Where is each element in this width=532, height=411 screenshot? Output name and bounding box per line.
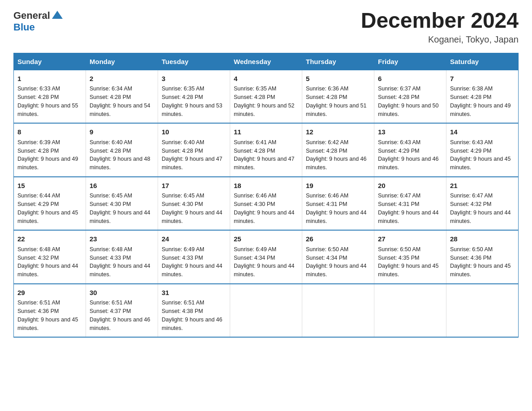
- daylight-text: Daylight: 9 hours and 46 minutes.: [378, 156, 439, 171]
- sunrise-text: Sunrise: 6:45 AM: [162, 193, 204, 199]
- calendar-cell: 15Sunrise: 6:44 AMSunset: 4:29 PMDayligh…: [14, 177, 86, 231]
- day-number: 8: [17, 127, 82, 137]
- day-number: 28: [450, 234, 515, 244]
- day-number: 16: [90, 181, 154, 191]
- calendar-cell: [446, 284, 519, 338]
- col-header-wednesday: Wednesday: [230, 53, 302, 70]
- calendar-cell: [302, 284, 374, 338]
- sunrise-text: Sunrise: 6:43 AM: [378, 139, 420, 146]
- calendar-cell: [374, 284, 446, 338]
- sunset-text: Sunset: 4:30 PM: [162, 201, 203, 207]
- day-number: 21: [450, 181, 515, 191]
- day-number: 3: [162, 74, 226, 84]
- daylight-text: Daylight: 9 hours and 44 minutes.: [306, 263, 367, 278]
- daylight-text: Daylight: 9 hours and 48 minutes.: [90, 156, 150, 171]
- calendar-cell: 2Sunrise: 6:34 AMSunset: 4:28 PMDaylight…: [86, 70, 158, 123]
- sunset-text: Sunset: 4:31 PM: [378, 201, 419, 207]
- sunset-text: Sunset: 4:28 PM: [306, 148, 347, 154]
- daylight-text: Daylight: 9 hours and 44 minutes.: [234, 210, 295, 224]
- daylight-text: Daylight: 9 hours and 44 minutes.: [162, 263, 223, 278]
- sunrise-text: Sunrise: 6:51 AM: [90, 300, 132, 306]
- day-number: 18: [234, 181, 298, 191]
- sunrise-text: Sunrise: 6:46 AM: [234, 193, 276, 199]
- calendar-cell: 25Sunrise: 6:49 AMSunset: 4:34 PMDayligh…: [230, 230, 302, 284]
- sunset-text: Sunset: 4:32 PM: [17, 255, 59, 261]
- calendar-cell: 21Sunrise: 6:47 AMSunset: 4:32 PMDayligh…: [446, 177, 519, 231]
- col-header-thursday: Thursday: [302, 53, 374, 70]
- daylight-text: Daylight: 9 hours and 45 minutes.: [17, 317, 78, 331]
- sunrise-text: Sunrise: 6:35 AM: [162, 86, 204, 92]
- sunrise-text: Sunrise: 6:48 AM: [90, 246, 132, 253]
- sunset-text: Sunset: 4:32 PM: [450, 201, 491, 207]
- daylight-text: Daylight: 9 hours and 53 minutes.: [162, 103, 223, 117]
- sunset-text: Sunset: 4:33 PM: [162, 255, 203, 261]
- daylight-text: Daylight: 9 hours and 45 minutes.: [17, 210, 78, 224]
- sunrise-text: Sunrise: 6:40 AM: [162, 139, 204, 146]
- sunrise-text: Sunrise: 6:33 AM: [17, 86, 60, 92]
- calendar-header-row: SundayMondayTuesdayWednesdayThursdayFrid…: [14, 53, 519, 70]
- sunrise-text: Sunrise: 6:48 AM: [17, 246, 60, 253]
- sunrise-text: Sunrise: 6:47 AM: [378, 193, 420, 199]
- sunset-text: Sunset: 4:28 PM: [162, 94, 203, 100]
- daylight-text: Daylight: 9 hours and 44 minutes.: [90, 210, 150, 224]
- calendar-cell: 20Sunrise: 6:47 AMSunset: 4:31 PMDayligh…: [374, 177, 446, 231]
- day-number: 11: [234, 127, 298, 137]
- calendar-cell: 12Sunrise: 6:42 AMSunset: 4:28 PMDayligh…: [302, 123, 374, 177]
- calendar-cell: 3Sunrise: 6:35 AMSunset: 4:28 PMDaylight…: [158, 70, 230, 123]
- sunset-text: Sunset: 4:29 PM: [378, 148, 419, 154]
- daylight-text: Daylight: 9 hours and 44 minutes.: [378, 210, 439, 224]
- sunset-text: Sunset: 4:28 PM: [17, 148, 59, 154]
- day-number: 20: [378, 181, 442, 191]
- calendar-cell: [230, 284, 302, 338]
- week-row-3: 15Sunrise: 6:44 AMSunset: 4:29 PMDayligh…: [14, 177, 519, 231]
- sunset-text: Sunset: 4:34 PM: [306, 255, 347, 261]
- calendar-cell: 16Sunrise: 6:45 AMSunset: 4:30 PMDayligh…: [86, 177, 158, 231]
- sunrise-text: Sunrise: 6:51 AM: [162, 300, 204, 306]
- sunrise-text: Sunrise: 6:50 AM: [450, 246, 493, 253]
- calendar-cell: 19Sunrise: 6:46 AMSunset: 4:31 PMDayligh…: [302, 177, 374, 231]
- day-number: 17: [162, 181, 226, 191]
- day-number: 5: [306, 74, 370, 84]
- col-header-friday: Friday: [374, 53, 446, 70]
- sunrise-text: Sunrise: 6:45 AM: [90, 193, 132, 199]
- daylight-text: Daylight: 9 hours and 44 minutes.: [306, 210, 367, 224]
- calendar-cell: 24Sunrise: 6:49 AMSunset: 4:33 PMDayligh…: [158, 230, 230, 284]
- sunset-text: Sunset: 4:35 PM: [378, 255, 419, 261]
- daylight-text: Daylight: 9 hours and 45 minutes.: [450, 263, 511, 278]
- sunrise-text: Sunrise: 6:50 AM: [378, 246, 420, 253]
- sunset-text: Sunset: 4:29 PM: [17, 201, 59, 207]
- calendar-cell: 6Sunrise: 6:37 AMSunset: 4:28 PMDaylight…: [374, 70, 446, 123]
- day-number: 12: [306, 127, 370, 137]
- col-header-monday: Monday: [86, 53, 158, 70]
- daylight-text: Daylight: 9 hours and 50 minutes.: [378, 103, 439, 117]
- calendar-cell: 13Sunrise: 6:43 AMSunset: 4:29 PMDayligh…: [374, 123, 446, 177]
- sunrise-text: Sunrise: 6:40 AM: [90, 139, 132, 146]
- sunrise-text: Sunrise: 6:35 AM: [234, 86, 276, 92]
- calendar-cell: 22Sunrise: 6:48 AMSunset: 4:32 PMDayligh…: [14, 230, 86, 284]
- header: General Blue December 2024 Koganei, Toky…: [13, 9, 519, 45]
- sunset-text: Sunset: 4:36 PM: [450, 255, 491, 261]
- daylight-text: Daylight: 9 hours and 46 minutes.: [90, 317, 150, 331]
- sunrise-text: Sunrise: 6:34 AM: [90, 86, 132, 92]
- day-number: 1: [17, 74, 82, 84]
- sunset-text: Sunset: 4:33 PM: [90, 255, 131, 261]
- sunrise-text: Sunrise: 6:50 AM: [306, 246, 348, 253]
- calendar-cell: 27Sunrise: 6:50 AMSunset: 4:35 PMDayligh…: [374, 230, 446, 284]
- daylight-text: Daylight: 9 hours and 46 minutes.: [306, 156, 367, 171]
- sunset-text: Sunset: 4:36 PM: [17, 308, 59, 314]
- daylight-text: Daylight: 9 hours and 45 minutes.: [378, 263, 439, 278]
- sunset-text: Sunset: 4:28 PM: [17, 94, 59, 100]
- day-number: 9: [90, 127, 154, 137]
- sunrise-text: Sunrise: 6:44 AM: [17, 193, 60, 199]
- daylight-text: Daylight: 9 hours and 47 minutes.: [162, 156, 223, 171]
- sunrise-text: Sunrise: 6:49 AM: [162, 246, 204, 253]
- calendar-cell: 10Sunrise: 6:40 AMSunset: 4:28 PMDayligh…: [158, 123, 230, 177]
- sunrise-text: Sunrise: 6:47 AM: [450, 193, 493, 199]
- sunrise-text: Sunrise: 6:37 AM: [378, 86, 420, 92]
- daylight-text: Daylight: 9 hours and 52 minutes.: [234, 103, 295, 117]
- day-number: 23: [90, 234, 154, 244]
- daylight-text: Daylight: 9 hours and 44 minutes.: [162, 210, 223, 224]
- sunset-text: Sunset: 4:28 PM: [90, 148, 131, 154]
- sunrise-text: Sunrise: 6:39 AM: [17, 139, 60, 146]
- calendar-cell: 7Sunrise: 6:38 AMSunset: 4:28 PMDaylight…: [446, 70, 519, 123]
